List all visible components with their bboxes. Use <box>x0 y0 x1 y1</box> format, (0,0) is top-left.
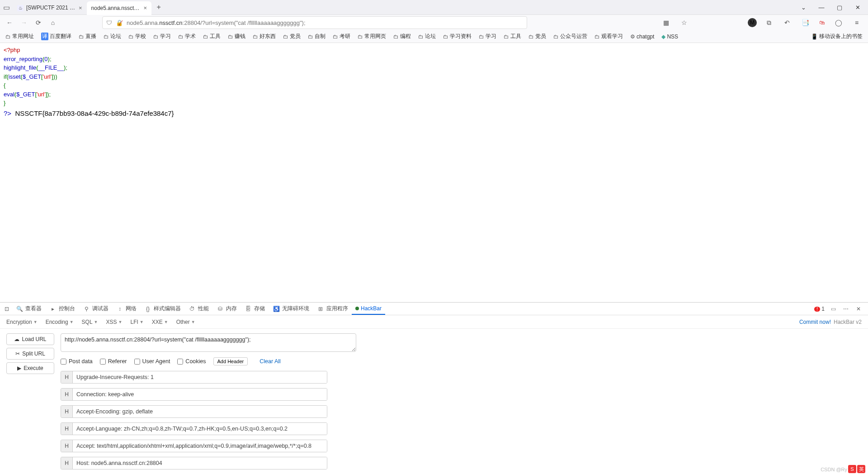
hb-tool-xss[interactable]: XSS▼ <box>106 319 123 325</box>
ext-bag-icon[interactable]: 🛍 <box>817 18 826 27</box>
bookmark-item[interactable]: 🗀考研 <box>331 32 352 41</box>
checkbox[interactable] <box>134 359 140 365</box>
recent-tabs-icon[interactable]: ▭ <box>0 0 13 15</box>
header-input[interactable] <box>73 371 327 383</box>
new-tab-button[interactable]: + <box>153 3 164 11</box>
hb-tool-other[interactable]: Other▼ <box>176 319 195 325</box>
bookmark-item[interactable]: 🗀常用网页 <box>356 32 388 41</box>
reload-button[interactable]: ⟳ <box>33 17 44 28</box>
checkbox[interactable] <box>61 359 66 365</box>
ext-m-icon[interactable]: M <box>748 18 757 27</box>
browser-tab-1[interactable]: node5.anna.nssctf.cn:28804/?url= × <box>87 1 152 15</box>
hb-tool-sql[interactable]: SQL▼ <box>82 319 98 325</box>
bookmark-item[interactable]: 🗀党员 <box>527 32 548 41</box>
shield-icon[interactable]: 🛡 <box>106 19 112 26</box>
check-referer[interactable]: Referer <box>100 358 127 365</box>
bookmark-item[interactable]: 🗀公众号运营 <box>552 32 589 41</box>
browser-tab-0[interactable]: ♨ [SWPUCTF 2021 新生赛]easy! × <box>13 1 87 15</box>
clear-all-link[interactable]: Clear All <box>259 358 281 365</box>
hb-tool-xxe[interactable]: XXE▼ <box>152 319 168 325</box>
devtools-tab-HackBar[interactable]: HackBar <box>352 303 385 315</box>
split-url-button[interactable]: ✂Split URL <box>6 348 54 360</box>
header-input[interactable] <box>73 440 327 452</box>
bookmark-item[interactable]: 🗀观看学习 <box>593 32 625 41</box>
bookmark-star-icon[interactable]: ☆ <box>678 17 690 28</box>
error-badge[interactable]: ! 1 <box>814 306 825 312</box>
bookmark-item[interactable]: 🗀工具 <box>502 32 523 41</box>
bookmark-item[interactable]: 🗀常用网址 <box>4 32 36 41</box>
bookmark-item[interactable]: 🗀直播 <box>77 32 98 41</box>
check-post-data[interactable]: Post data <box>61 358 93 365</box>
bookmark-item[interactable]: 🗀党员 <box>281 32 302 41</box>
circle-icon[interactable]: ◯ <box>833 17 844 28</box>
bookmark-item[interactable]: 🗀好东西 <box>251 32 278 41</box>
check-cookies[interactable]: Cookies <box>177 358 206 365</box>
check-user-agent[interactable]: User Agent <box>134 358 170 365</box>
inspect-icon[interactable]: ⊡ <box>3 306 11 312</box>
header-row: H <box>61 405 327 418</box>
undo-icon[interactable]: ↶ <box>781 17 793 28</box>
devtools-tab-网络[interactable]: ↕网络 <box>112 303 140 315</box>
devtools-tab-性能[interactable]: ⏱性能 <box>184 303 212 315</box>
load-url-button[interactable]: ☁Load URL <box>6 333 54 345</box>
ime-a[interactable]: S <box>848 465 856 473</box>
devtools-tab-内存[interactable]: ⛁内存 <box>212 303 241 315</box>
hb-tool-encryption[interactable]: Encryption▼ <box>6 319 38 325</box>
header-input[interactable] <box>73 406 327 417</box>
home-button[interactable]: ⌂ <box>47 17 59 28</box>
add-header-button[interactable]: Add Header <box>213 357 248 365</box>
commit-link[interactable]: Commit now! <box>799 319 831 325</box>
lock-icon[interactable]: 🔒̸ <box>116 19 123 26</box>
bookmark-item[interactable]: 🗀编程 <box>392 32 413 41</box>
bookmark-item[interactable]: ⚙chatgpt <box>628 32 656 41</box>
url-bar[interactable]: 🛡 🔒̸ node5.anna.nssctf.cn:28804/?url=sys… <box>102 16 527 29</box>
close-button[interactable]: ✕ <box>854 4 862 11</box>
minimize-button[interactable]: ― <box>817 4 826 11</box>
header-input[interactable] <box>73 423 327 435</box>
devtools-tab-存储[interactable]: 🗄存储 <box>241 303 269 315</box>
tab-icon: {} <box>144 306 152 312</box>
url-input[interactable]: http://node5.anna.nssctf.cn:28804/?url=s… <box>61 333 356 352</box>
chevron-down-icon[interactable]: ⌄ <box>799 4 807 11</box>
qr-icon[interactable]: ▦ <box>660 17 672 28</box>
bookmark-item[interactable]: 🗀自制 <box>306 32 327 41</box>
devtools-tab-应用程序[interactable]: ⊞应用程序 <box>313 303 352 315</box>
ime-b[interactable]: 英 <box>857 465 865 473</box>
puzzle-icon[interactable]: ⧉ <box>763 17 775 28</box>
header-input[interactable] <box>73 389 327 400</box>
header-input[interactable] <box>73 457 327 469</box>
bookmark-item[interactable]: 🗀学习 <box>477 32 498 41</box>
responsive-icon[interactable]: ▭ <box>829 306 837 312</box>
hb-tool-encoding[interactable]: Encoding▼ <box>46 319 74 325</box>
bookmark-item[interactable]: 🗀学习资料 <box>441 32 473 41</box>
close-devtools-icon[interactable]: ✕ <box>854 306 863 312</box>
tab-icon: 🗄 <box>244 306 252 312</box>
devtools-tab-调试器[interactable]: ⚲调试器 <box>79 303 112 315</box>
execute-button[interactable]: ▶Execute <box>6 362 54 374</box>
bookmark-item[interactable]: ◆NSS <box>660 32 680 41</box>
menu-icon[interactable]: ≡ <box>851 17 863 28</box>
bookmark-item[interactable]: 译百度翻译 <box>39 32 73 41</box>
maximize-button[interactable]: ▢ <box>835 4 844 11</box>
bookmarks-right[interactable]: 📱 移动设备上的书签 <box>809 32 864 41</box>
bookmark-item[interactable]: 🗀学术 <box>176 32 198 41</box>
clip-icon[interactable]: 📑 <box>799 17 811 28</box>
devtools-tab-无障碍环境[interactable]: ♿无障碍环境 <box>269 303 313 315</box>
bookmark-item[interactable]: 🗀论坛 <box>102 32 123 41</box>
close-icon[interactable]: × <box>79 5 82 11</box>
hb-tool-lfi[interactable]: LFI▼ <box>130 319 143 325</box>
bookmark-item[interactable]: 🗀学校 <box>127 32 148 41</box>
header-row: H <box>61 388 327 401</box>
devtools-tab-控制台[interactable]: ▸控制台 <box>45 303 79 315</box>
checkbox[interactable] <box>100 359 106 365</box>
devtools-tab-样式编辑器[interactable]: {}样式编辑器 <box>140 303 184 315</box>
bookmark-item[interactable]: 🗀学习 <box>151 32 173 41</box>
close-icon[interactable]: × <box>144 5 147 11</box>
bookmark-item[interactable]: 🗀工具 <box>201 32 222 41</box>
back-button[interactable]: ← <box>4 17 15 28</box>
devtools-tab-查看器[interactable]: 🔍查看器 <box>12 303 45 315</box>
checkbox[interactable] <box>177 359 183 365</box>
more-icon[interactable]: ⋯ <box>842 306 850 312</box>
bookmark-item[interactable]: 🗀赚钱 <box>226 32 247 41</box>
bookmark-item[interactable]: 🗀论坛 <box>416 32 438 41</box>
